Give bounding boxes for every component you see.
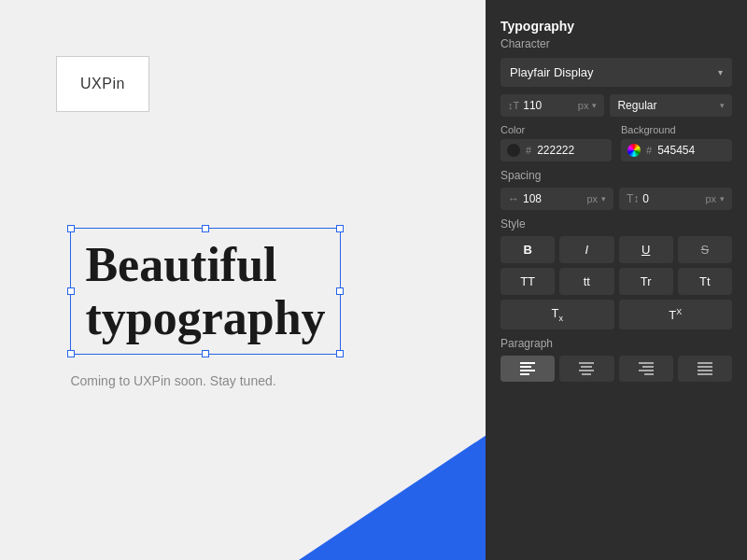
font-size-unit: px bbox=[578, 100, 589, 111]
text-selection-box[interactable]: Beautiful typography bbox=[70, 228, 340, 355]
bg-swatch bbox=[627, 144, 641, 157]
font-family-dropdown[interactable]: Playfair Display ▾ bbox=[500, 58, 732, 87]
letter-spacing-icon: ↔ bbox=[508, 192, 519, 205]
color-hash: # bbox=[526, 145, 531, 156]
align-right-button[interactable] bbox=[619, 356, 673, 382]
color-background-row: Color # 222222 Background # 545454 bbox=[500, 124, 732, 161]
svg-rect-13 bbox=[698, 366, 712, 368]
bg-value: 545454 bbox=[657, 144, 695, 157]
svg-rect-4 bbox=[579, 362, 594, 364]
svg-rect-2 bbox=[520, 370, 535, 371]
svg-rect-11 bbox=[644, 373, 654, 375]
handle-top-mid[interactable] bbox=[202, 225, 209, 232]
color-value: 222222 bbox=[537, 144, 574, 157]
svg-rect-15 bbox=[698, 373, 712, 375]
canvas-area: UXPin Beautiful typography Coming to UXP… bbox=[0, 0, 411, 560]
smallcaps-label: Tt bbox=[699, 274, 711, 288]
color-input[interactable]: # 222222 bbox=[500, 139, 612, 161]
italic-button[interactable]: I bbox=[559, 236, 613, 263]
panel-title: Typography bbox=[500, 19, 732, 34]
lowercase-label: tt bbox=[584, 274, 590, 288]
logo-box: UXPin bbox=[56, 56, 149, 112]
background-input[interactable]: # 545454 bbox=[621, 139, 732, 161]
svg-rect-0 bbox=[520, 362, 535, 364]
svg-rect-12 bbox=[698, 362, 712, 364]
handle-mid-left[interactable] bbox=[67, 287, 75, 295]
svg-rect-10 bbox=[639, 370, 654, 371]
handle-bottom-mid[interactable] bbox=[202, 350, 209, 357]
handle-mid-right[interactable] bbox=[336, 287, 344, 295]
svg-rect-3 bbox=[520, 373, 529, 375]
paragraph-label: Paragraph bbox=[500, 337, 732, 350]
handle-bottom-right[interactable] bbox=[336, 350, 344, 357]
handle-top-left[interactable] bbox=[67, 225, 75, 232]
background-group: Background # 545454 bbox=[621, 124, 732, 161]
superscript-x: X bbox=[676, 307, 682, 316]
letter-spacing-chevron: ▾ bbox=[601, 194, 606, 203]
font-size-input[interactable]: ↕T 110 px ▾ bbox=[500, 94, 604, 117]
line-height-icon: T↕ bbox=[627, 192, 639, 205]
font-style-value: Regular bbox=[617, 99, 716, 112]
align-left-button[interactable] bbox=[500, 356, 555, 382]
style-label: Style bbox=[500, 217, 732, 231]
bg-hash: # bbox=[646, 145, 652, 156]
paragraph-buttons bbox=[500, 356, 732, 382]
smallcaps-button[interactable]: Tt bbox=[678, 268, 732, 295]
font-size-value: 110 bbox=[523, 99, 574, 112]
subscript-label: Tx bbox=[552, 306, 563, 323]
lowercase-button[interactable]: tt bbox=[559, 268, 613, 295]
style-buttons-row2: TT tt Tr Tt bbox=[500, 268, 732, 295]
align-justify-icon bbox=[698, 362, 712, 375]
font-size-chevron: ▾ bbox=[592, 101, 597, 110]
style-buttons-row1: B I U S bbox=[500, 236, 732, 263]
titlecase-button[interactable]: Tr bbox=[619, 268, 673, 295]
superscript-label: TX bbox=[669, 307, 682, 322]
svg-rect-14 bbox=[698, 370, 712, 371]
typography-panel: Typography Character Playfair Display ▾ … bbox=[486, 0, 747, 560]
underline-button[interactable]: U bbox=[619, 236, 673, 263]
titlecase-label: Tr bbox=[641, 274, 652, 288]
handle-bottom-left[interactable] bbox=[67, 350, 75, 357]
align-left-icon bbox=[520, 362, 535, 375]
svg-rect-7 bbox=[582, 373, 591, 375]
align-center-button[interactable] bbox=[559, 356, 613, 382]
font-size-row: ↕T 110 px ▾ Regular ▾ bbox=[500, 94, 732, 117]
subscript-button[interactable]: Tx bbox=[500, 300, 614, 329]
color-label: Color bbox=[500, 124, 612, 135]
logo-text: UXPin bbox=[80, 76, 125, 92]
line-height-unit: px bbox=[705, 193, 716, 204]
subscript-x: x bbox=[558, 314, 563, 323]
svg-rect-8 bbox=[639, 362, 654, 364]
superscript-button[interactable]: TX bbox=[619, 300, 733, 329]
canvas-subtitle: Coming to UXPin soon. Stay tuned. bbox=[70, 373, 340, 388]
style-buttons-row3: Tx TX bbox=[500, 300, 732, 329]
font-family-value: Playfair Display bbox=[510, 65, 594, 79]
line-height-chevron: ▾ bbox=[720, 194, 725, 203]
line-height-value: 0 bbox=[642, 192, 701, 205]
canvas-main-text: Beautiful typography bbox=[85, 238, 325, 344]
font-style-dropdown[interactable]: Regular ▾ bbox=[610, 94, 732, 117]
svg-rect-5 bbox=[581, 366, 592, 368]
svg-rect-9 bbox=[642, 366, 654, 368]
align-justify-button[interactable] bbox=[678, 356, 732, 382]
font-family-chevron: ▾ bbox=[718, 67, 723, 77]
line-height-input[interactable]: T↕ 0 px ▾ bbox=[619, 188, 732, 210]
letter-spacing-value: 108 bbox=[523, 192, 583, 205]
letter-spacing-input[interactable]: ↔ 108 px ▾ bbox=[500, 188, 613, 210]
handle-top-right[interactable] bbox=[336, 225, 344, 232]
strikethrough-button[interactable]: S bbox=[678, 236, 732, 263]
font-style-chevron: ▾ bbox=[720, 101, 725, 110]
bold-button[interactable]: B bbox=[500, 236, 555, 263]
font-size-icon: ↕T bbox=[508, 100, 519, 111]
all-caps-button[interactable]: TT bbox=[500, 268, 555, 295]
spacing-label: Spacing bbox=[500, 169, 732, 182]
color-group: Color # 222222 bbox=[500, 124, 612, 161]
color-swatch bbox=[507, 144, 520, 157]
svg-rect-1 bbox=[520, 366, 531, 368]
letter-spacing-unit: px bbox=[586, 193, 598, 204]
align-right-icon bbox=[639, 362, 654, 375]
svg-rect-6 bbox=[579, 370, 594, 371]
align-center-icon bbox=[579, 362, 594, 375]
character-label: Character bbox=[500, 37, 732, 50]
spacing-row: ↔ 108 px ▾ T↕ 0 px ▾ bbox=[500, 188, 732, 210]
